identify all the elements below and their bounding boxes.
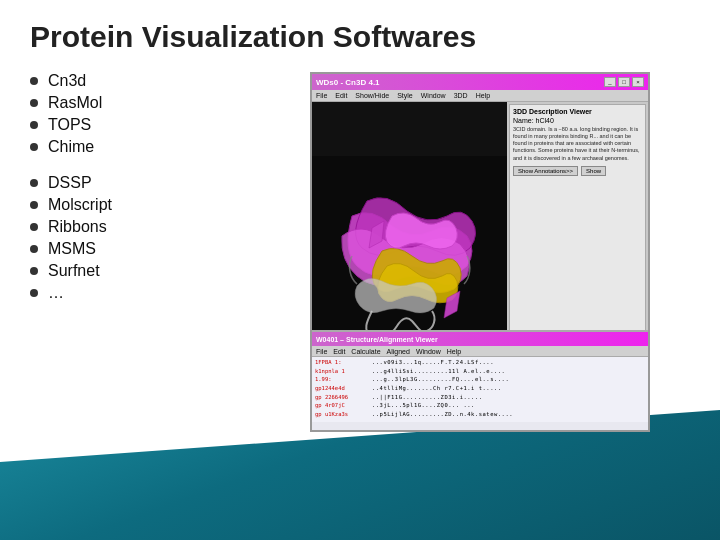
seq-row: 1FPBA 1: ...v09i3...1q.....F.T.24.LSf...… — [315, 359, 649, 367]
screenshot-area: WDs0 - Cn3D 4.1 _ □ × File Edit Show/Hid… — [310, 72, 710, 432]
description-panel: 3DD Description Viewer Name: hCl40 3CID … — [509, 104, 646, 359]
list-item: Molscript — [30, 196, 290, 214]
close-button[interactable]: × — [632, 77, 644, 87]
seq-menu-file[interactable]: File — [316, 348, 327, 355]
menu-edit[interactable]: Edit — [335, 92, 347, 99]
sequence-content: 1FPBA 1: ...v09i3...1q.....F.T.24.LSf...… — [312, 357, 650, 422]
list-item-label: TOPS — [48, 116, 91, 134]
list-item-label: MSMS — [48, 240, 96, 258]
list-item: DSSP — [30, 174, 290, 192]
seq-data: ..p5LijlAG.........ZD..n.4k.satew.... — [372, 411, 513, 419]
seq-data: ...g..3lpL3G.........FQ....el..s.... — [372, 376, 509, 384]
window-controls: _ □ × — [604, 77, 644, 87]
seq-id: k1npnla 1 — [315, 368, 370, 376]
seq-data: ...v09i3...1q.....F.T.24.LSf.... — [372, 359, 494, 367]
list-item-label: DSSP — [48, 174, 92, 192]
seq-menu-aligned[interactable]: Aligned — [387, 348, 410, 355]
bullet-icon — [30, 245, 38, 253]
seq-data: ...g4lliSsi.........11l A.el..e.... — [372, 368, 505, 376]
bullet-icon — [30, 143, 38, 151]
list-item: TOPS — [30, 116, 290, 134]
seq-window-title: W0401 – Structure/Alignment Viewer — [316, 336, 438, 343]
seq-menu-window[interactable]: Window — [416, 348, 441, 355]
two-column-layout: Cn3d RasMol TOPS Chime DSSP — [30, 72, 710, 432]
seq-row: 1.99: ...g..3lpL3G.........FQ....el..s..… — [315, 376, 649, 384]
list-item: RasMol — [30, 94, 290, 112]
sequence-panel: W0401 – Structure/Alignment Viewer File … — [312, 330, 650, 430]
list-item: Ribbons — [30, 218, 290, 236]
list-item-label: Surfnet — [48, 262, 100, 280]
bullet-icon — [30, 289, 38, 297]
list-item-label: Chime — [48, 138, 94, 156]
bullet-icon — [30, 267, 38, 275]
seq-menu-help[interactable]: Help — [447, 348, 461, 355]
app-screenshot: WDs0 - Cn3D 4.1 _ □ × File Edit Show/Hid… — [310, 72, 650, 432]
seq-row: gp 4r07jC ..3jL...5pl1G....ZQ0... ... — [315, 402, 649, 410]
bullet-group-1: Cn3d RasMol TOPS Chime — [30, 72, 290, 156]
menu-3dd[interactable]: 3DD — [454, 92, 468, 99]
window-title: WDs0 - Cn3D 4.1 — [316, 78, 380, 87]
list-item: MSMS — [30, 240, 290, 258]
bullet-icon — [30, 77, 38, 85]
menu-window[interactable]: Window — [421, 92, 446, 99]
main-content: Protein Visualization Softwares Cn3d Ras… — [30, 20, 710, 432]
page-title: Protein Visualization Softwares — [30, 20, 710, 54]
menu-file[interactable]: File — [316, 92, 327, 99]
list-item: … — [30, 284, 290, 302]
show-button[interactable]: Show — [581, 166, 606, 176]
menu-help[interactable]: Help — [476, 92, 490, 99]
seq-menu-calculate[interactable]: Calculate — [351, 348, 380, 355]
seq-row: gp1244e4d ..4tlliMg.......Ch r7.C+1.i t.… — [315, 385, 649, 393]
list-item-label: Cn3d — [48, 72, 86, 90]
seq-id: gp 2266496 — [315, 394, 370, 402]
maximize-button[interactable]: □ — [618, 77, 630, 87]
bullet-icon — [30, 99, 38, 107]
seq-data: ..3jL...5pl1G....ZQ0... ... — [372, 402, 475, 410]
list-item-label: RasMol — [48, 94, 102, 112]
window-titlebar: WDs0 - Cn3D 4.1 _ □ × — [312, 74, 648, 90]
list-item: Chime — [30, 138, 290, 156]
seq-row: gp u1Kza3s ..p5LijlAG.........ZD..n.4k.s… — [315, 411, 649, 419]
seq-id: 1.99: — [315, 376, 370, 384]
desc-panel-text: 3CID domain. Is a ~80 a.a. long binding … — [513, 126, 642, 162]
bullet-icon — [30, 179, 38, 187]
seq-titlebar: W0401 – Structure/Alignment Viewer — [312, 332, 650, 346]
seq-id: gp1244e4d — [315, 385, 370, 393]
list-item-label: … — [48, 284, 64, 302]
seq-id: 1FPBA 1: — [315, 359, 370, 367]
menu-bar: File Edit Show/Hide Style Window 3DD Hel… — [312, 90, 648, 102]
bullet-icon — [30, 223, 38, 231]
list-item: Surfnet — [30, 262, 290, 280]
menu-showhide[interactable]: Show/Hide — [355, 92, 389, 99]
left-column: Cn3d RasMol TOPS Chime DSSP — [30, 72, 290, 432]
desc-panel-name: Name: hCl40 — [513, 117, 642, 124]
list-item-label: Molscript — [48, 196, 112, 214]
bullet-icon — [30, 121, 38, 129]
seq-menu-edit[interactable]: Edit — [333, 348, 345, 355]
seq-data: ..||F11G..........ZD3i.i..... — [372, 394, 483, 402]
seq-id: gp 4r07jC — [315, 402, 370, 410]
bullet-icon — [30, 201, 38, 209]
seq-row: k1npnla 1 ...g4lliSsi.........11l A.el..… — [315, 368, 649, 376]
menu-style[interactable]: Style — [397, 92, 413, 99]
minimize-button[interactable]: _ — [604, 77, 616, 87]
list-item: Cn3d — [30, 72, 290, 90]
show-annotations-button[interactable]: Show Annotations>> — [513, 166, 578, 176]
desc-panel-title: 3DD Description Viewer — [513, 108, 642, 115]
seq-data: ..4tlliMg.......Ch r7.C+1.i t..... — [372, 385, 502, 393]
list-item-label: Ribbons — [48, 218, 107, 236]
bullet-group-2: DSSP Molscript Ribbons MSMS Surfnet — [30, 174, 290, 302]
seq-menubar: File Edit Calculate Aligned Window Help — [312, 346, 650, 357]
seq-row: gp 2266496 ..||F11G..........ZD3i.i..... — [315, 394, 649, 402]
seq-id: gp u1Kza3s — [315, 411, 370, 419]
